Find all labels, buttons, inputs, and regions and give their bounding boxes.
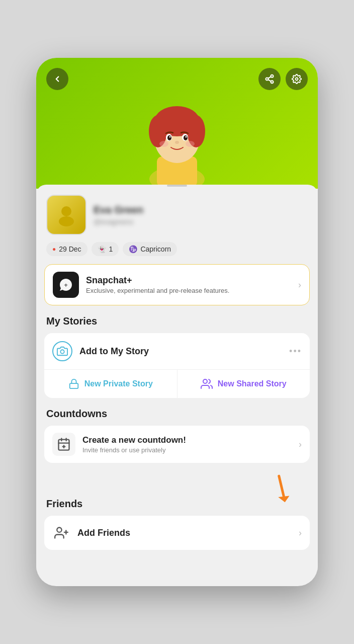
add-friends-icon [52,524,70,542]
phone-frame: Eva Green @evagreenx ● 29 Dec 👻 1 ♑ Capr… [36,58,318,586]
svg-point-37 [57,528,61,532]
snapplus-title: Snapchat+ [86,275,291,286]
svg-line-35 [273,476,290,497]
profile-info: Eva Green @evagreenx [36,195,318,242]
add-to-my-story-row[interactable]: Add to My Story ••• [44,333,310,370]
top-right-actions [258,68,308,90]
svg-point-15 [159,141,168,147]
countdown-icon [52,433,75,456]
countdowns-section-title: Countdowns [36,408,318,426]
add-friends-label: Add Friends [77,528,292,538]
settings-button[interactable] [286,68,308,90]
svg-point-26 [60,350,64,353]
countdown-desc: Invite friends or use privately [82,446,292,454]
profile-header [36,58,318,189]
svg-point-14 [175,141,179,144]
friends-card[interactable]: Add Friends › [44,516,310,550]
new-private-story-button[interactable]: New Private Story [44,370,178,398]
svg-line-20 [268,79,271,81]
story-camera-icon [52,341,72,361]
add-to-story-label: Add to My Story [79,346,282,357]
svg-point-13 [186,136,187,138]
snapplus-desc: Exclusive, experimental and pre-release … [86,287,291,294]
svg-point-24 [59,216,74,226]
orange-arrow-container [36,473,318,498]
svg-rect-7 [154,119,200,134]
profile-text: Eva Green @evagreenx [94,204,308,226]
drag-handle [167,185,187,187]
svg-text:+: + [64,281,68,289]
svg-point-10 [167,135,171,140]
tag-snap-score[interactable]: 👻 1 [92,242,119,256]
countdown-card[interactable]: Create a new countdown! Invite friends o… [44,426,310,463]
svg-rect-27 [69,383,78,388]
new-private-story-label: New Private Story [84,379,153,388]
tag-zodiac[interactable]: ♑ Capricorn [123,242,177,256]
back-button[interactable] [46,68,68,90]
snapplus-chevron-icon: › [298,280,301,290]
profile-thumbnail [46,195,86,235]
svg-point-11 [184,135,188,140]
new-shared-story-label: New Shared Story [218,379,287,388]
svg-point-23 [61,206,71,216]
more-options-icon[interactable]: ••• [289,346,302,357]
ghost-icon: 👻 [98,245,106,253]
zodiac-icon: ♑ [129,245,137,253]
zodiac-label: Capricorn [140,245,171,253]
countdown-text: Create a new countdown! Invite friends o… [82,435,292,454]
snapplus-icon: + [53,272,79,298]
countdown-chevron-icon: › [299,439,302,450]
svg-point-28 [203,379,207,383]
snapplus-text: Snapchat+ Exclusive, experimental and pr… [86,275,291,294]
friends-chevron-icon: › [299,528,302,538]
snapplus-card[interactable]: + Snapchat+ Exclusive, experimental and … [44,264,310,305]
svg-line-21 [268,76,271,78]
stories-card: Add to My Story ••• New Private Story [44,333,310,398]
profile-name: Eva Green [94,204,308,216]
tags-row: ● 29 Dec 👻 1 ♑ Capricorn [36,242,318,264]
new-shared-story-button[interactable]: New Shared Story [178,370,310,398]
svg-point-16 [186,141,195,147]
story-actions: New Private Story New Shared Story [44,370,310,398]
birthday-label: 29 Dec [59,245,81,253]
svg-point-12 [169,136,171,138]
share-button[interactable] [258,68,281,90]
avatar [127,81,227,189]
countdown-title: Create a new countdown! [82,435,292,445]
snap-score-label: 1 [109,245,113,253]
my-stories-section-title: My Stories [36,315,318,333]
svg-point-22 [296,78,298,80]
content-area: Eva Green @evagreenx ● 29 Dec 👻 1 ♑ Capr… [36,185,318,570]
profile-username: @evagreenx [94,218,308,226]
tag-birthday[interactable]: ● 29 Dec [46,242,87,256]
